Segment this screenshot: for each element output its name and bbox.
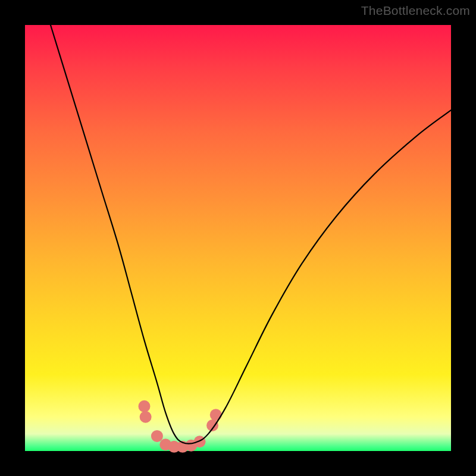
chart-frame: TheBottleneck.com	[0, 0, 476, 476]
watermark-text: TheBottleneck.com	[361, 4, 470, 18]
highlight-dots	[138, 400, 221, 453]
highlight-dot	[140, 411, 152, 423]
curve-layer	[25, 25, 451, 451]
plot-area	[25, 25, 451, 451]
highlight-dot	[138, 400, 150, 412]
highlight-dot	[151, 430, 163, 442]
highlight-dot	[210, 409, 222, 421]
bottleneck-curve	[51, 25, 451, 444]
